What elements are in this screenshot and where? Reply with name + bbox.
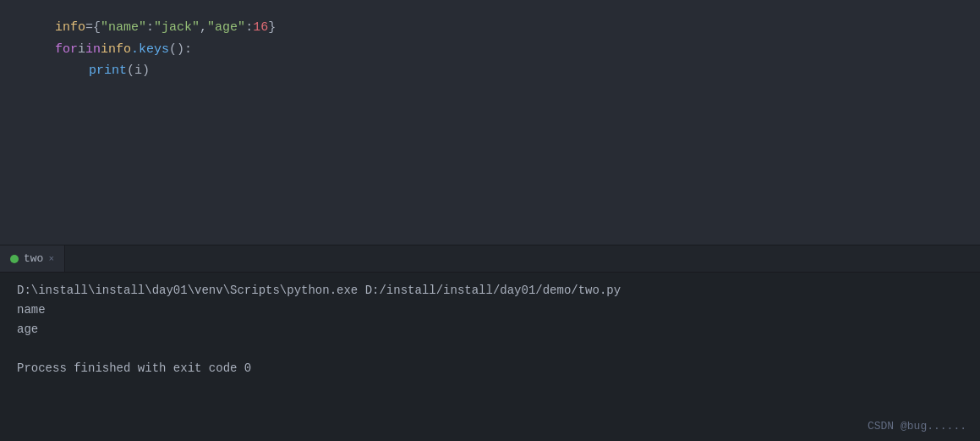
code-brace-close: }: [268, 17, 276, 39]
tab-close-button[interactable]: ×: [48, 254, 54, 264]
code-kw-for: for: [55, 39, 78, 61]
terminal-finish-line: Process finished with exit code 0: [17, 359, 963, 378]
terminal-empty-line: [17, 339, 963, 359]
code-val2: 16: [253, 17, 268, 39]
tab-label: two: [24, 252, 43, 265]
code-op-assign: =: [85, 17, 93, 39]
code-brace-open: {: [93, 17, 101, 39]
tab-status-dot: [10, 255, 19, 263]
code-comma1: ,: [200, 17, 207, 39]
code-line-1: info = { "name" : "jack" , "age" : 16 }: [55, 17, 980, 39]
terminal-tab-two[interactable]: two ×: [0, 245, 65, 272]
code-val1: "jack": [154, 17, 200, 39]
code-kw-print: print: [89, 60, 127, 82]
code-paren: ():: [169, 39, 192, 61]
code-print-arg: (i): [127, 60, 150, 82]
terminal-tab-bar: two ×: [0, 245, 980, 273]
code-key2: "age": [207, 17, 245, 39]
code-sep1: :: [146, 17, 154, 39]
code-kw-in: in: [85, 39, 101, 61]
code-method-keys: .keys: [131, 39, 169, 61]
terminal-output: D:\install\install\day01\venv\Scripts\py…: [0, 273, 980, 441]
code-line-2: for i in info .keys ():: [55, 39, 980, 61]
code-sep2: :: [245, 17, 253, 39]
code-key1: "name": [101, 17, 146, 39]
code-obj-info: info: [101, 39, 131, 61]
code-editor: info = { "name" : "jack" , "age" : 16 } …: [0, 0, 980, 245]
code-var-i: i: [78, 39, 85, 61]
terminal-output-name: name: [17, 300, 963, 320]
terminal-output-age: age: [17, 320, 963, 339]
watermark-text: CSDN @bug......: [868, 420, 966, 433]
terminal-path-line: D:\install\install\day01\venv\Scripts\py…: [17, 281, 963, 300]
code-line-3: print (i): [55, 60, 980, 82]
code-var-info: info: [55, 17, 85, 39]
